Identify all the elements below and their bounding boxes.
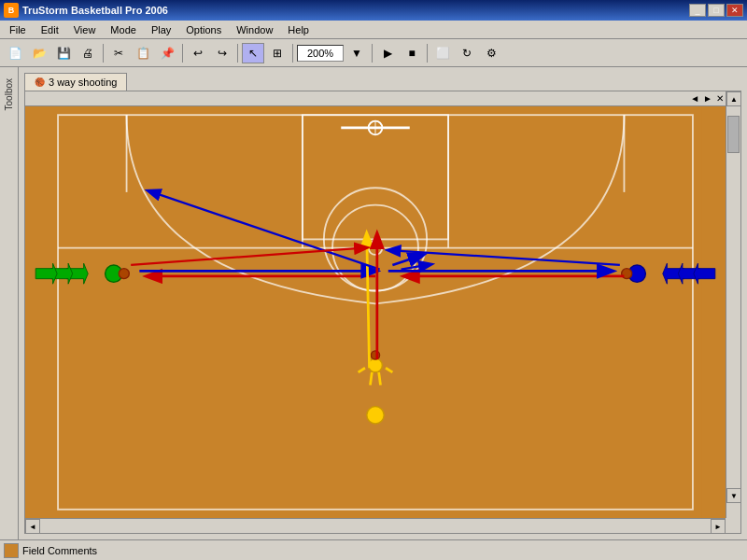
menu-file[interactable]: File [2, 22, 34, 37]
select-button[interactable]: ↖ [242, 43, 264, 63]
svg-line-28 [370, 372, 372, 385]
zoom-input[interactable] [297, 45, 344, 62]
scrollbar-horizontal[interactable]: ◄ ► [25, 518, 726, 533]
tool2-button[interactable]: ⊞ [266, 43, 289, 63]
redo-button[interactable]: ↪ [211, 43, 233, 63]
cut-button[interactable]: ✂ [107, 43, 130, 63]
toolbar: 📄 📂 💾 🖨 ✂ 📋 📌 ↩ ↪ ↖ ⊞ ▼ ▶ ■ ⬜ ↻ ⚙ [0, 39, 747, 67]
open-button[interactable]: 📂 [28, 43, 50, 63]
undo-button[interactable]: ↩ [187, 43, 209, 63]
sep5 [372, 44, 373, 63]
court-svg [25, 106, 726, 518]
scroll-down-button[interactable]: ▼ [726, 488, 741, 503]
zoom-box: ▼ [297, 43, 368, 63]
nav-next[interactable]: ► [703, 93, 712, 104]
svg-point-18 [119, 269, 129, 279]
svg-marker-21 [694, 263, 715, 284]
scroll-left-button[interactable]: ◄ [25, 519, 40, 534]
menu-help[interactable]: Help [280, 22, 317, 37]
svg-point-30 [367, 407, 384, 424]
copy-button[interactable]: 📋 [132, 43, 154, 63]
nav-close[interactable]: ✕ [716, 93, 724, 104]
content-area: 🏀 3 way shooting ◄ ► ✕ ▲ ▼ [19, 67, 747, 539]
paste-button[interactable]: 📌 [156, 43, 178, 63]
nav-prev[interactable]: ◄ [690, 93, 699, 104]
refresh-button[interactable]: ↻ [456, 43, 478, 63]
tab-3way-shooting[interactable]: 🏀 3 way shooting [24, 73, 127, 91]
status-icon [4, 543, 19, 558]
tab-label: 3 way shooting [49, 77, 117, 88]
center-player-2 [367, 407, 384, 424]
title-bar: B TruStorm Basketball Pro 2006 _ □ ✕ [0, 0, 747, 21]
toolbox-label: Toolbox [4, 78, 14, 110]
tab-icon: 🏀 [35, 77, 45, 87]
menu-view[interactable]: View [66, 22, 104, 37]
zoom-dropdown[interactable]: ▼ [345, 43, 368, 63]
svg-rect-0 [49, 106, 701, 518]
close-button[interactable]: ✕ [726, 4, 743, 17]
sep1 [103, 44, 104, 63]
stop-button[interactable]: ■ [401, 43, 423, 63]
svg-line-29 [379, 372, 381, 385]
main-area: Toolbox 🏀 3 way shooting ◄ ► ✕ ▲ [0, 67, 747, 539]
sep3 [237, 44, 238, 63]
tab-bar: 🏀 3 way shooting [24, 73, 741, 91]
print-button[interactable]: 🖨 [77, 43, 99, 63]
app-title: TruStorm Basketball Pro 2006 [22, 5, 168, 16]
title-buttons: _ □ ✕ [689, 4, 743, 17]
maximize-button[interactable]: □ [708, 4, 725, 17]
menu-options[interactable]: Options [178, 22, 229, 37]
menu-window[interactable]: Window [229, 22, 280, 37]
play-button[interactable]: ▶ [376, 43, 399, 63]
zoom-fit-button[interactable]: ⬜ [431, 43, 454, 63]
menu-edit[interactable]: Edit [34, 22, 66, 37]
status-bar: Field Comments [0, 539, 747, 560]
menu-play[interactable]: Play [144, 22, 178, 37]
toolbox: Toolbox [0, 67, 19, 539]
save-button[interactable]: 💾 [52, 43, 75, 63]
title-bar-left: B TruStorm Basketball Pro 2006 [4, 3, 168, 18]
court-container: ◄ ► ✕ ▲ ▼ ◄ ► [24, 91, 741, 534]
status-label: Field Comments [22, 545, 97, 556]
menu-mode[interactable]: Mode [103, 22, 144, 37]
scroll-right-button[interactable]: ► [711, 519, 726, 534]
scrollbar-vertical[interactable]: ▲ ▼ [726, 91, 740, 518]
svg-marker-17 [35, 263, 57, 284]
scroll-up-button[interactable]: ▲ [726, 91, 741, 106]
nav-arrows: ◄ ► ✕ [690, 93, 724, 104]
court-canvas [25, 106, 726, 518]
new-button[interactable]: 📄 [4, 43, 26, 63]
sep4 [292, 44, 293, 63]
menu-bar: File Edit View Mode Play Options Window … [0, 21, 747, 39]
minimize-button[interactable]: _ [689, 4, 706, 17]
sep6 [427, 44, 428, 63]
settings-button[interactable]: ⚙ [480, 43, 502, 63]
sep2 [182, 44, 183, 63]
app-icon: B [4, 3, 19, 18]
